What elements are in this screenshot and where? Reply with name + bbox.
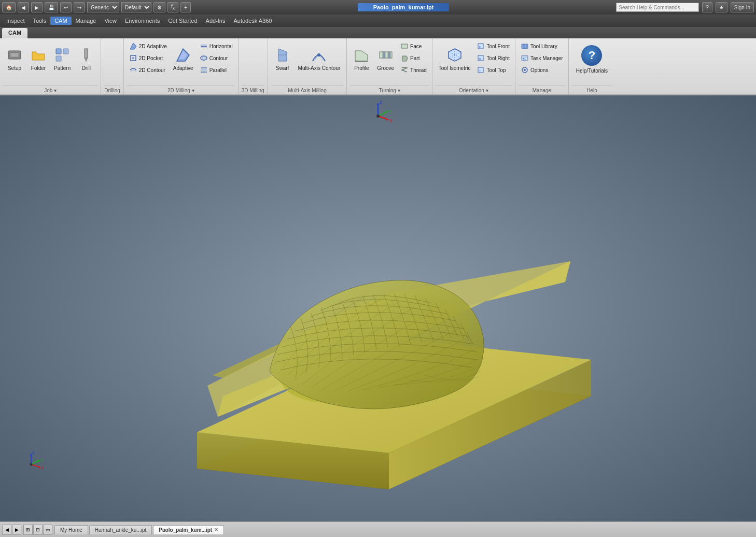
nav-next-btn[interactable]: ▶ [12,525,21,535]
groove-btn[interactable]: Groove [374,40,397,78]
tab-my-home[interactable]: My Home [54,525,88,534]
pattern-label: Pattern [54,65,71,72]
tool-top-btn[interactable]: T Tool Top [474,64,511,76]
3d-scene-svg [0,95,756,521]
layout-full-btn[interactable]: ▭ [43,525,52,535]
turning-col: Face Part Thread [398,40,429,76]
forward-btn[interactable]: ▶ [31,2,43,12]
menu-cam[interactable]: CAM [50,17,71,25]
multiaxis-label: Multi-Axis Contour [298,65,341,72]
layout-split-btn[interactable]: ⊟ [33,525,43,535]
options-btn[interactable]: Options [519,64,565,76]
menu-manage[interactable]: Manage [72,17,101,25]
menu-autodesk-a360[interactable]: Autodesk A360 [229,17,276,25]
menu-inspect[interactable]: Inspect [2,17,29,25]
swarf-btn[interactable]: Swarf [271,40,294,78]
fx-btn[interactable]: fx [167,2,178,12]
svg-marker-54 [377,103,380,105]
setup-label: Setup [8,65,21,72]
face-btn[interactable]: Face [398,40,429,52]
adaptive-btn[interactable]: Adaptive [170,40,197,78]
menu-environments[interactable]: Environments [121,17,164,25]
nav-prev-btn[interactable]: ◀ [2,525,11,535]
profile-label: Profile [354,65,369,72]
svg-text:R: R [479,58,481,61]
setup-btn[interactable]: Setup [3,40,26,78]
redo-btn[interactable]: ↪ [74,2,85,12]
svg-rect-19 [383,52,385,58]
star-btn[interactable]: ★ [716,2,727,12]
pattern-icon [54,47,71,63]
svg-text:Y: Y [40,459,43,462]
groove-label: Groove [377,65,394,72]
svg-rect-39 [523,58,524,59]
help-icon-btn[interactable]: ? [702,2,712,12]
sign-in-btn[interactable]: Sign In [731,2,754,12]
tool-front-btn[interactable]: F Tool Front [474,40,511,52]
task-manager-icon [521,54,529,62]
folder-icon [30,47,47,63]
title-bar-right: ? ★ Sign In [616,2,754,12]
viewport[interactable]: Z Y X Z Y [0,95,756,521]
swarf-icon [274,47,291,63]
config-btn[interactable]: ⚙ [153,2,165,12]
ribbon: Setup Folder Pattern [0,38,756,95]
ribbon-group-job: Setup Folder Pattern [0,38,101,94]
part-btn[interactable]: Part [398,52,429,64]
drill-btn[interactable]: Drill [75,40,97,78]
svg-text:X: X [41,466,44,470]
tab-cam[interactable]: CAM [2,28,27,38]
back-btn[interactable]: ◀ [18,2,29,12]
parallel-icon [200,66,208,74]
contour-2d-btn[interactable]: 2D Contour [127,64,169,76]
svg-text:Y: Y [388,109,391,114]
menu-add-ins[interactable]: Add-Ins [202,17,230,25]
tab-paolo[interactable]: Paolo_palm_kum...ipt ✕ [153,525,224,534]
search-input[interactable] [616,3,699,12]
help-tutorials-btn[interactable]: ? Help/Tutorials [572,40,612,78]
ribbon-group-manage: Tool Library Task Manager [515,38,569,94]
layout-grid-btn[interactable]: ⊞ [23,525,33,535]
svg-rect-40 [523,60,526,61]
pattern-btn[interactable]: Pattern [51,40,74,78]
tool-library-btn[interactable]: Tool Library [519,40,565,52]
menu-tools[interactable]: Tools [29,17,50,25]
statusbar-nav: ◀ ▶ [2,525,21,535]
tab-close-btn[interactable]: ✕ [214,527,218,532]
adaptive-2d-btn[interactable]: 2D Adaptive [127,40,169,52]
svg-text:Z: Z [380,101,382,105]
job-group-label: Job ▾ [3,86,97,94]
orientation-col: F Tool Front R Tool Right [474,40,511,76]
save-btn[interactable]: 💾 [45,2,58,12]
horizontal-btn[interactable]: Horizontal [198,40,235,52]
tab-hannah[interactable]: Hannah_ankle_ku...ipt [89,525,152,534]
plus-btn[interactable]: + [180,2,191,12]
main-area: Z Y X Z Y [0,95,756,521]
svg-marker-6 [85,58,88,62]
tool-right-icon: R [477,54,485,62]
menu-get-started[interactable]: Get Started [164,17,201,25]
app-icon-btn[interactable]: 🏠 [2,2,16,12]
folder-btn[interactable]: Folder [27,40,50,78]
pocket-2d-btn[interactable]: 2D Pocket [127,52,169,64]
menu-view[interactable]: View [100,17,121,25]
undo-btn[interactable]: ↩ [60,2,72,12]
config-select[interactable]: Default [121,2,151,12]
profile-btn[interactable]: Profile [350,40,373,78]
task-manager-btn[interactable]: Task Manager [519,52,565,64]
tool-isometric-btn[interactable]: Tool Isometric [436,40,474,78]
thread-btn[interactable]: Thread [398,64,429,76]
title-bar-left: 🏠 ◀ ▶ 💾 ↩ ↪ Generic Default ⚙ fx + [2,2,191,12]
workspace-select[interactable]: Generic [87,2,119,12]
axis-indicator-bottomleft: Z Y X [16,449,47,480]
parallel-btn[interactable]: Parallel [198,64,235,76]
svg-rect-8 [132,57,134,59]
multiaxis-contour-btn[interactable]: Multi-Axis Contour [295,40,344,78]
svg-point-62 [376,115,380,118]
statusbar-tabs: My Home Hannah_ankle_ku...ipt Paolo_palm… [54,525,754,534]
adaptive-label: Adaptive [173,65,193,72]
tool-right-btn[interactable]: R Tool Right [474,52,511,64]
svg-text:F: F [479,46,481,49]
contour-btn[interactable]: Contour [198,52,235,64]
svg-point-13 [202,57,205,59]
